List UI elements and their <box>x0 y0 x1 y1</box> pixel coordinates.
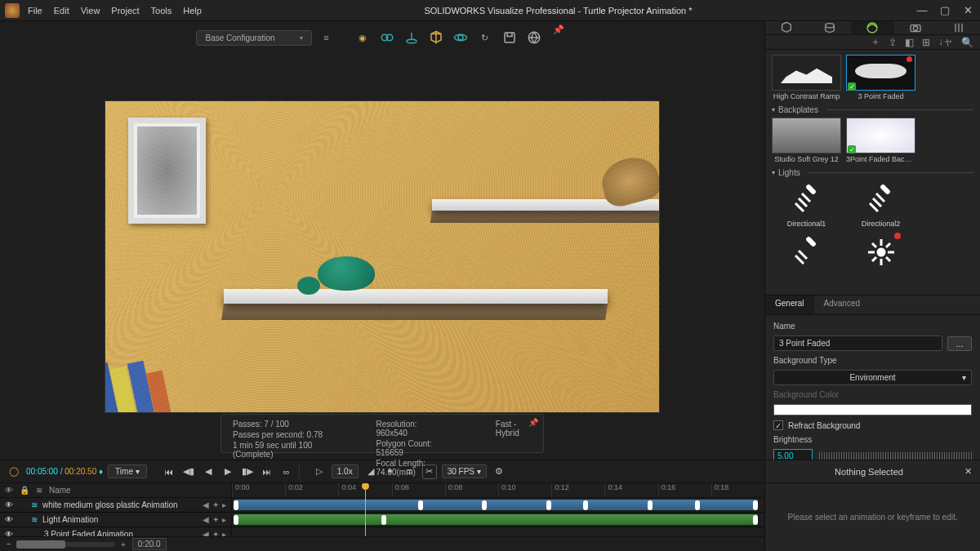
browse-button[interactable]: ... <box>947 336 972 351</box>
play-back-icon[interactable]: ◀ <box>201 464 216 479</box>
eye-icon[interactable]: 👁 <box>5 530 13 536</box>
light-point[interactable] <box>846 233 915 272</box>
env-thumb-high-contrast[interactable]: High Contrast Ramp <box>772 55 841 100</box>
light-directional3[interactable] <box>772 233 841 272</box>
menu-view[interactable]: View <box>81 6 100 16</box>
settings-icon[interactable]: ⚙ <box>492 464 506 479</box>
cursor-icon[interactable]: ▷ <box>312 464 327 479</box>
bgtype-dropdown[interactable]: Environment▾ <box>773 370 972 385</box>
keyframe[interactable] <box>381 515 386 525</box>
timeline-lanes[interactable]: 0:000:020:040:060:080:100:120:140:160:18 <box>232 483 764 536</box>
layout-icon[interactable]: ◧ <box>905 37 914 48</box>
zoom-in-icon[interactable]: ＋ <box>119 539 127 550</box>
key-icon[interactable]: ✦ <box>212 500 219 509</box>
col-lock-icon[interactable]: 🔒 <box>20 486 29 495</box>
section-backplates[interactable]: Backplates <box>772 105 973 114</box>
menu-tools[interactable]: Tools <box>151 6 172 16</box>
camera-orbit-icon[interactable] <box>451 28 470 47</box>
col-eye-icon[interactable]: 👁 <box>5 486 13 495</box>
backplate-thumb-3point[interactable]: ✓ 3Point Faded Backplate <box>846 118 915 163</box>
speed-dropdown[interactable]: 1.0x <box>332 464 359 478</box>
configuration-dropdown[interactable]: Base Configuration <box>196 30 311 46</box>
fps-dropdown[interactable]: 30 FPS ▾ <box>442 464 487 478</box>
loop-icon[interactable]: ∞ <box>279 464 294 479</box>
close-icon[interactable]: ✕ <box>960 4 975 16</box>
time-mode-dropdown[interactable]: Time ▾ <box>108 464 147 478</box>
go-end-icon[interactable]: ⏭ <box>260 464 274 479</box>
split-view-icon[interactable] <box>377 28 397 47</box>
brightness-slider[interactable] <box>819 452 972 460</box>
pin-icon[interactable]: 📌 <box>549 20 568 39</box>
env-thumb-3-point-faded[interactable]: ✓ 3 Point Faded <box>846 55 915 100</box>
play-icon[interactable]: ▶ <box>220 464 235 479</box>
keyframe[interactable] <box>583 500 588 510</box>
motion-icon[interactable]: ≋ <box>31 500 38 509</box>
light-directional1[interactable]: Directional1 <box>772 180 841 228</box>
zoom-out-icon[interactable]: − <box>7 540 11 549</box>
keyframe[interactable] <box>753 515 758 525</box>
sort-icon[interactable]: ↓ャ <box>938 35 953 49</box>
mute-icon[interactable]: ◀ <box>203 500 209 509</box>
section-lights[interactable]: Lights <box>772 168 973 177</box>
light-directional2[interactable]: Directional2 <box>846 180 915 228</box>
mute-icon[interactable]: ◀ <box>203 515 209 524</box>
clip-bar[interactable] <box>234 500 758 510</box>
key-icon[interactable]: ✦ <box>212 515 219 524</box>
keyframe[interactable] <box>418 500 423 510</box>
turntable-icon[interactable] <box>402 28 421 47</box>
menu-help[interactable]: Help <box>183 6 202 16</box>
tab-scenes-icon[interactable] <box>851 21 894 34</box>
brightness-input[interactable] <box>773 449 813 460</box>
track-row[interactable]: 👁 3 Point Faded Animation ◀✦▸ <box>0 527 231 536</box>
cube-icon[interactable] <box>426 28 446 47</box>
clip-bar[interactable] <box>234 514 758 525</box>
auto-key-icon[interactable]: ◯ <box>7 464 21 479</box>
mute-icon[interactable]: ◀ <box>203 530 209 536</box>
prev-key-icon[interactable]: ◀▮ <box>181 464 196 479</box>
playhead[interactable] <box>365 483 366 536</box>
keyframe[interactable] <box>695 500 700 510</box>
expand-icon[interactable]: ▸ <box>222 530 226 536</box>
close-panel-icon[interactable]: ✕ <box>964 466 972 477</box>
tab-cameras-icon[interactable] <box>894 21 938 34</box>
go-start-icon[interactable]: ⏮ <box>162 464 176 479</box>
save-view-icon[interactable] <box>500 28 519 47</box>
tab-general[interactable]: General <box>765 295 814 314</box>
next-key-icon[interactable]: ▮▶ <box>240 464 255 479</box>
col-motion-icon[interactable]: ≋ <box>36 486 42 495</box>
menu-edit[interactable]: Edit <box>54 6 69 16</box>
refresh-icon[interactable]: ↻ <box>475 28 495 47</box>
status-pin-icon[interactable]: 📌 <box>528 418 538 427</box>
aperture-icon[interactable] <box>524 28 544 47</box>
tab-models-icon[interactable] <box>765 21 808 34</box>
tab-libraries-icon[interactable] <box>937 21 980 34</box>
grid-icon[interactable]: ⊞ <box>922 37 930 48</box>
track-row[interactable]: 👁 ≋ Light Animation ◀✦▸ <box>0 513 231 527</box>
eye-icon[interactable]: 👁 <box>5 500 13 509</box>
tab-appearances-icon[interactable] <box>808 21 852 34</box>
keyframe[interactable] <box>648 500 653 510</box>
add-icon[interactable]: ＋ <box>871 35 880 49</box>
motion-icon[interactable]: ≋ <box>31 515 38 524</box>
keyframe[interactable] <box>234 500 238 510</box>
minimize-icon[interactable]: — <box>915 4 929 16</box>
keyframe[interactable] <box>234 515 238 525</box>
refract-checkbox[interactable]: ✓ <box>773 420 783 430</box>
keyframe[interactable] <box>546 500 551 510</box>
keyframe[interactable] <box>482 500 487 510</box>
search-icon[interactable]: 🔍 <box>961 37 973 48</box>
backplate-thumb-studio-grey[interactable]: Studio Soft Grey 12 <box>772 118 841 163</box>
menu-project[interactable]: Project <box>111 6 139 16</box>
render-mode-icon[interactable]: ◉ <box>353 28 372 47</box>
expand-icon[interactable]: ▸ <box>222 515 226 524</box>
render-preview[interactable] <box>105 100 660 413</box>
key-icon[interactable]: ✦ <box>212 530 219 536</box>
maximize-icon[interactable]: ▢ <box>938 4 952 16</box>
zoom-slider[interactable] <box>16 542 114 547</box>
track-row[interactable]: 👁 ≋ white medium gloss plastic Animation… <box>0 498 231 513</box>
tab-advanced[interactable]: Advanced <box>814 295 870 314</box>
menu-file[interactable]: File <box>28 6 42 16</box>
eye-icon[interactable]: 👁 <box>5 515 13 524</box>
expand-icon[interactable]: ▸ <box>222 500 226 509</box>
keyframe[interactable] <box>753 500 758 510</box>
